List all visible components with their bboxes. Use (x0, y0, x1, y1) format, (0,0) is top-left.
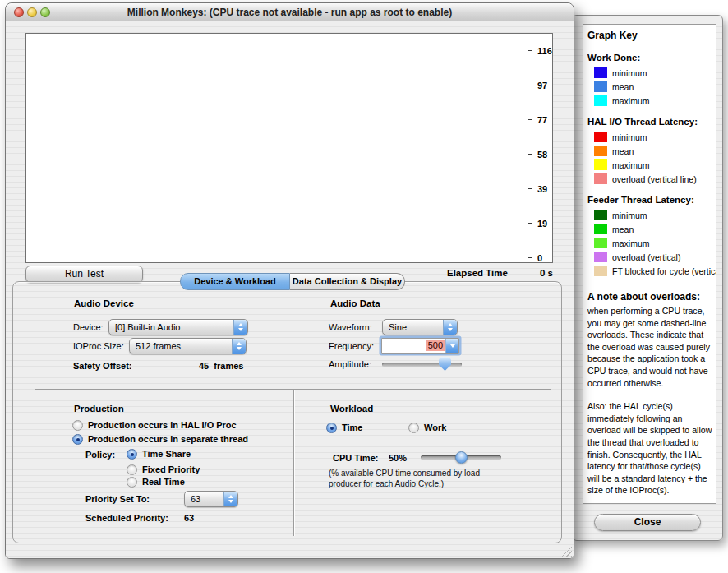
audio-data-heading: Audio Data (330, 298, 380, 308)
radio-label: Work (424, 423, 446, 432)
legend-item: mean (587, 80, 713, 94)
radio-selected-icon[interactable] (72, 434, 83, 445)
color-swatch (594, 159, 607, 170)
legend-label: maximum (612, 160, 650, 170)
tab-bar: Device & Workload Data Collection & Disp… (180, 273, 405, 290)
radio-selected-icon[interactable] (326, 423, 337, 433)
radio-policy-real-time[interactable]: Real Time (127, 475, 185, 488)
legend-section-heading: Work Done: (587, 53, 713, 62)
tick-label: 97 (537, 81, 547, 90)
color-swatch (594, 252, 607, 262)
close-button[interactable]: Close (594, 514, 701, 531)
cpu-time-value: 50% (389, 453, 407, 463)
waveform-popup-value: Sine (389, 322, 407, 332)
frequency-label: Frequency: (329, 341, 374, 351)
radio-production-hal[interactable]: Production occurs in HAL I/O Proc (72, 418, 237, 432)
frequency-combobox[interactable]: 500 (381, 338, 459, 354)
legend-label: overload (vertical line) (612, 174, 697, 184)
tick-mark (528, 119, 532, 120)
radio-icon[interactable] (127, 464, 137, 475)
device-workload-pane: Audio Device Device: [0] Built-in Audio … (12, 281, 562, 543)
tick-mark (528, 154, 532, 155)
legend-item: minimum (587, 130, 713, 144)
priority-popup[interactable]: 63 (184, 491, 238, 507)
waveform-label: Waveform: (329, 322, 372, 332)
main-window: Million Monkeys: (CPU trace not availabl… (5, 2, 574, 559)
amplitude-label: Amplitude: (329, 359, 371, 369)
latency-graph-area: 116 97 77 58 39 19 (25, 33, 553, 263)
color-swatch (594, 238, 607, 248)
radio-label: Real Time (142, 477, 185, 487)
color-swatch (594, 81, 607, 92)
y-axis-tick: 58 (528, 150, 574, 159)
resize-grip[interactable] (560, 545, 572, 557)
ioproc-size-popup-value: 512 frames (136, 341, 181, 351)
legend-item: minimum (587, 66, 713, 80)
radio-workload-time[interactable]: Time (326, 421, 362, 434)
radio-icon[interactable] (408, 423, 419, 433)
tick-label: 116 (537, 46, 552, 56)
frequency-field[interactable]: 500 (382, 339, 445, 353)
device-popup[interactable]: [0] Built-in Audio (108, 319, 248, 335)
radio-policy-time-share[interactable]: Time Share (127, 447, 191, 460)
radio-production-thread[interactable]: Production occurs in separate thread (72, 432, 248, 446)
production-heading: Production (74, 404, 124, 414)
overloads-note-paragraph-1: when performing a CPU trace, you may get… (587, 305, 712, 389)
scheduled-priority-label: Scheduled Priority: (85, 513, 168, 523)
y-axis-tick: 39 (528, 184, 574, 194)
legend-item: maximum (587, 236, 713, 250)
legend-section-heading: HAL I/O Thread Latency: (587, 117, 713, 127)
legend-label: minimum (612, 132, 647, 142)
cpu-time-caption-line1: (% available CPU time consumed by load (329, 469, 480, 478)
popup-arrows-icon (233, 320, 247, 335)
window-body: 116 97 77 58 39 19 (6, 21, 574, 558)
tick-mark (528, 223, 532, 224)
legend-label: overload (vertical) (612, 252, 680, 262)
tab-data-collection-display[interactable]: Data Collection & Display (290, 273, 405, 290)
amplitude-slider-thumb[interactable] (439, 357, 451, 371)
legend-label: maximum (612, 96, 650, 106)
radio-label: Time Share (142, 449, 191, 459)
radio-icon[interactable] (127, 477, 137, 488)
frequency-value: 500 (426, 340, 445, 351)
radio-workload-work[interactable]: Work (408, 421, 446, 434)
legend-item: mean (587, 222, 713, 236)
y-axis-tick: 0 (528, 253, 574, 263)
graph-key-title: Graph Key (587, 30, 713, 41)
tick-mark (528, 257, 532, 258)
amplitude-slider[interactable] (382, 363, 462, 367)
cpu-time-slider[interactable] (421, 455, 501, 460)
ioproc-size-label: IOProc Size: (73, 341, 124, 351)
y-axis-tick: 19 (528, 219, 574, 229)
ioproc-size-popup[interactable]: 512 frames (129, 338, 247, 354)
radio-policy-fixed-priority[interactable]: Fixed Priority (127, 463, 200, 476)
tick-label: 58 (537, 150, 547, 159)
graph-key-drawer: Graph Key Work Done: minimum mean maximu… (572, 15, 723, 541)
tick-label: 0 (537, 253, 542, 263)
title-bar[interactable]: Million Monkeys: (CPU trace not availabl… (6, 3, 574, 21)
popup-arrows-icon (223, 492, 237, 506)
amplitude-slider-tick (422, 372, 422, 375)
legend-item: overload (vertical line) (587, 172, 713, 186)
combo-dropdown-icon[interactable] (445, 339, 458, 353)
run-test-button[interactable]: Run Test (25, 266, 143, 283)
legend-label: FT blocked for cycle (vertical) (612, 266, 716, 276)
legend-label: mean (612, 146, 634, 156)
vertical-divider (293, 390, 294, 536)
tick-mark (528, 50, 532, 51)
waveform-popup[interactable]: Sine (382, 319, 458, 335)
color-swatch (594, 210, 607, 220)
overloads-note-heading: A note about overloads: (587, 291, 713, 303)
radio-label: Time (342, 423, 362, 432)
radio-label: Production occurs in HAL I/O Proc (88, 420, 237, 430)
legend-label: minimum (612, 210, 647, 220)
radio-icon[interactable] (72, 420, 83, 431)
tick-label: 77 (537, 115, 547, 125)
cpu-time-slider-thumb[interactable] (455, 451, 468, 464)
tab-device-workload[interactable]: Device & Workload (180, 273, 290, 290)
policy-label: Policy: (85, 450, 115, 460)
cpu-time-caption-line2: producer for each Audio Cycle.) (329, 479, 444, 488)
radio-selected-icon[interactable] (127, 449, 137, 460)
scheduled-priority-value: 63 (184, 513, 194, 523)
overloads-note-paragraph-2: Also: the HAL cycle(s) immediately follo… (587, 400, 712, 497)
